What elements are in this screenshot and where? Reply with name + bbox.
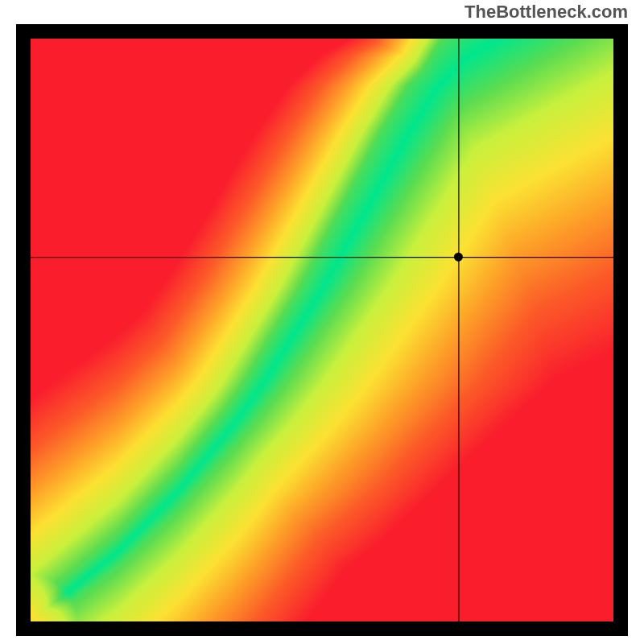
- heatmap-plot: [16, 24, 628, 636]
- watermark-text: TheBottleneck.com: [464, 2, 628, 23]
- heatmap-canvas: [16, 24, 628, 636]
